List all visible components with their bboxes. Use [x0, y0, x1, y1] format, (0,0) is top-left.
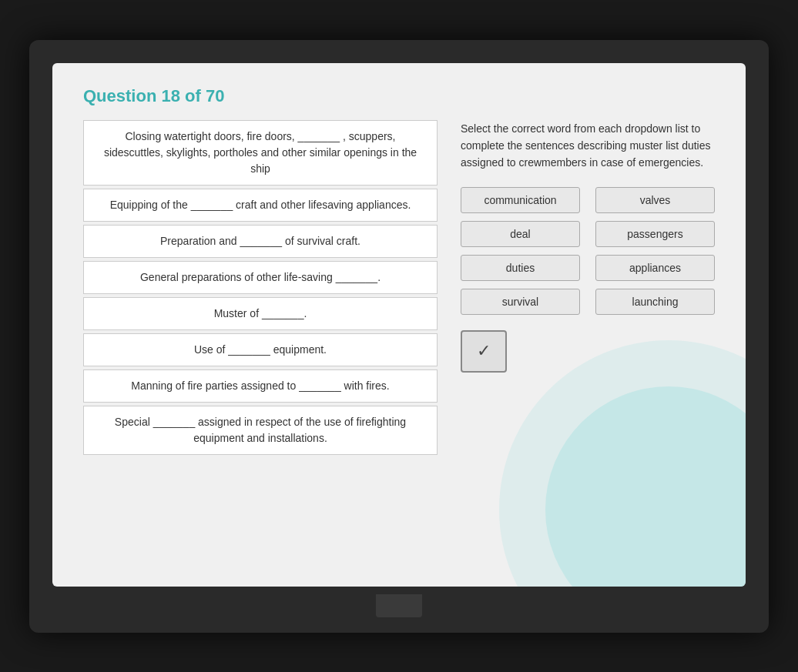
- word-button-valves[interactable]: valves: [595, 187, 715, 213]
- task-row-special: Special _______ assigned in respect of t…: [83, 406, 438, 455]
- question-title: Question 18 of 70: [83, 86, 715, 106]
- left-column: Closing watertight doors, fire doors, __…: [83, 120, 438, 458]
- task-row: Manning of fire parties assigned to ____…: [83, 369, 438, 403]
- task-row: General preparations of other life-savin…: [83, 261, 438, 294]
- word-button-passengers[interactable]: passengers: [595, 221, 715, 247]
- task-row: Closing watertight doors, fire doors, __…: [83, 120, 438, 186]
- word-button-survival[interactable]: survival: [461, 289, 580, 315]
- task-row: Equipping of the _______ craft and other…: [83, 189, 438, 222]
- instructions-text: Select the correct word from each dropdo…: [461, 120, 715, 172]
- monitor-frame: Question 18 of 70 Closing watertight doo…: [29, 40, 769, 633]
- task-row: Use of _______ equipment.: [83, 333, 438, 366]
- word-button-deal[interactable]: deal: [461, 221, 580, 247]
- right-column: Select the correct word from each dropdo…: [461, 120, 715, 458]
- monitor-stand: [52, 594, 746, 617]
- word-button-launching[interactable]: launching: [595, 289, 715, 315]
- word-button-communication[interactable]: communication: [461, 187, 580, 213]
- word-button-duties[interactable]: duties: [461, 255, 580, 281]
- task-row: Muster of _______.: [83, 297, 438, 330]
- word-grid: communication valves deal passengers dut…: [461, 187, 715, 315]
- content-area: Closing watertight doors, fire doors, __…: [83, 120, 715, 458]
- task-row: Preparation and _______ of survival craf…: [83, 225, 438, 258]
- screen: Question 18 of 70 Closing watertight doo…: [52, 63, 746, 587]
- word-button-appliances[interactable]: appliances: [595, 255, 715, 281]
- stand-neck: [376, 594, 422, 617]
- submit-button[interactable]: ✓: [461, 330, 507, 373]
